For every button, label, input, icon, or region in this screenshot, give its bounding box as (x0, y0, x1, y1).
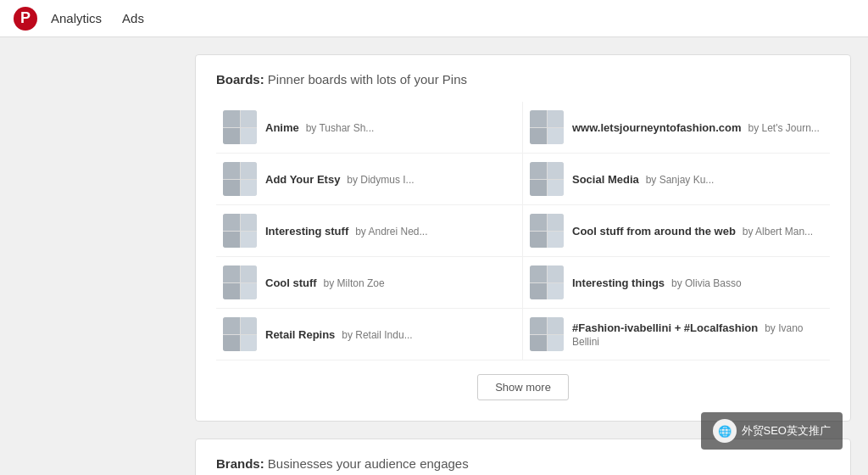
board-item[interactable]: Social Media by Sanjay Ku... (523, 154, 830, 205)
brands-label-normal: Businesses your audience engages (268, 456, 469, 471)
board-name: Interesting things by Olivia Basso (572, 276, 742, 289)
board-thumbnail (530, 317, 564, 351)
board-thumbnail (530, 214, 564, 248)
board-thumbnail (223, 265, 257, 299)
watermark: 🌐 外贸SEO英文推广 (701, 412, 843, 450)
board-name: Cool stuff by Milton Zoe (265, 276, 385, 289)
board-thumbnail (223, 162, 257, 196)
pinterest-logo[interactable]: P (14, 7, 37, 31)
board-item[interactable]: Cool stuff from around the web by Albert… (523, 205, 830, 257)
show-more-wrapper: Show more (216, 374, 830, 400)
board-item[interactable]: Interesting things by Olivia Basso (523, 257, 830, 309)
boards-section-title: Boards: Pinner boards with lots of your … (216, 72, 830, 87)
brands-section-title: Brands: Businesses your audience engages (216, 456, 830, 471)
board-thumbnail (223, 110, 257, 144)
board-item[interactable]: www.letsjourneyntofashion.com by Let's J… (523, 102, 830, 154)
board-name: Cool stuff from around the web by Albert… (572, 224, 813, 238)
board-name: www.letsjourneyntofashion.com by Let's J… (572, 120, 820, 134)
top-navigation: P Analytics Ads (0, 0, 868, 37)
board-name: Retail Repins by Retail Indu... (265, 327, 413, 341)
nav-ads[interactable]: Ads (122, 8, 144, 29)
board-item[interactable]: Interesting stuff by Andrei Ned... (216, 205, 523, 257)
board-item[interactable]: Retail Repins by Retail Indu... (216, 309, 523, 360)
board-name: Add Your Etsy by Didymus I... (265, 172, 415, 186)
board-name: Anime by Tushar Sh... (265, 120, 374, 134)
watermark-icon: 🌐 (713, 419, 737, 443)
board-item[interactable]: Cool stuff by Milton Zoe (216, 257, 523, 309)
watermark-text: 外贸SEO英文推广 (742, 423, 831, 439)
nav-analytics[interactable]: Analytics (51, 8, 102, 29)
logo-symbol: P (20, 9, 31, 27)
boards-grid: Anime by Tushar Sh...www.letsjourneyntof… (216, 102, 830, 360)
board-thumbnail (223, 317, 257, 351)
boards-section: Boards: Pinner boards with lots of your … (195, 54, 851, 422)
board-item[interactable]: #Fashion-ivabellini + #Localfashion by I… (523, 309, 830, 360)
show-more-button[interactable]: Show more (477, 374, 569, 400)
brands-label-bold: Brands: (216, 456, 264, 471)
nav-links-container: Analytics Ads (51, 8, 144, 29)
board-name: #Fashion-ivabellini + #Localfashion by I… (572, 321, 823, 348)
board-item[interactable]: Add Your Etsy by Didymus I... (216, 154, 523, 205)
board-thumbnail (530, 110, 564, 144)
board-item[interactable]: Anime by Tushar Sh... (216, 102, 523, 154)
boards-label-normal: Pinner boards with lots of your Pins (268, 72, 467, 87)
board-thumbnail (530, 265, 564, 299)
boards-label-bold: Boards: (216, 72, 264, 87)
board-name: Interesting stuff by Andrei Ned... (265, 224, 428, 238)
board-thumbnail (530, 162, 564, 196)
board-name: Social Media by Sanjay Ku... (572, 172, 714, 186)
board-thumbnail (223, 214, 257, 248)
left-sidebar (0, 37, 186, 475)
